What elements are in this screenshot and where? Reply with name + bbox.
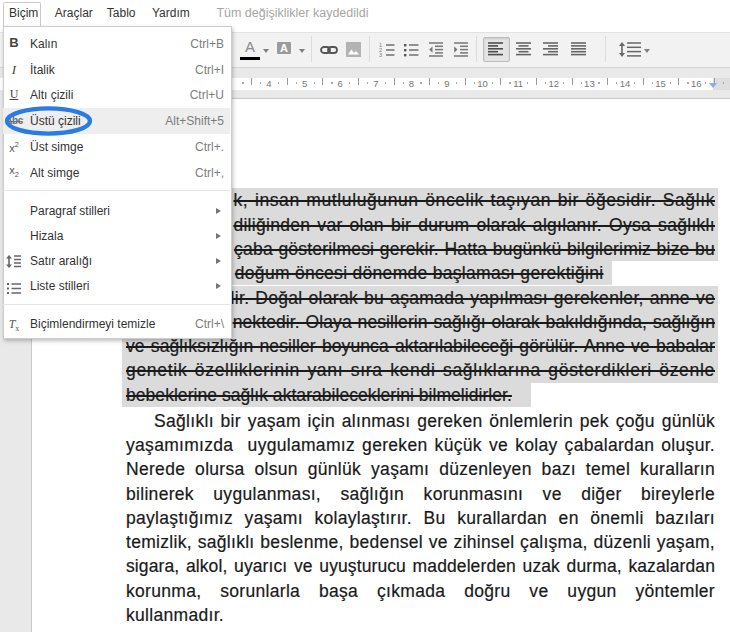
svg-text:3: 3: [379, 52, 382, 57]
